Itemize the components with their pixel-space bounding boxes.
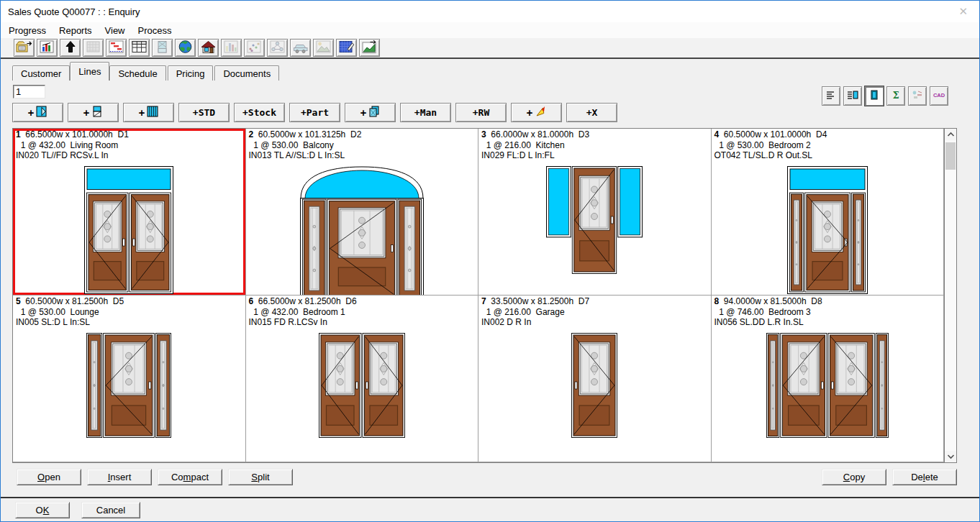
mesh-icon [85, 40, 102, 56]
add-rw-button[interactable]: +RW [455, 103, 507, 122]
add-pages-button[interactable]: + [345, 103, 396, 122]
view-door-view-button[interactable] [865, 86, 884, 106]
line-cell-6[interactable]: 6 66.5000w x 81.2500h D6 1 @ 432.00 Bedr… [246, 296, 479, 462]
scroll-thumb[interactable] [945, 142, 956, 170]
toolbar-export-chart-button[interactable] [359, 39, 380, 57]
line-cell-4[interactable]: 4 60.5000w x 101.0000h D4 1 @ 530.00 Bed… [712, 129, 945, 296]
view-list-door-button[interactable] [843, 86, 862, 106]
toolbar-globe-button[interactable] [175, 39, 196, 57]
vehicle-icon [292, 40, 309, 56]
plus-label: + [28, 107, 34, 119]
line-cell-2[interactable]: 2 60.5000w x 101.3125h D2 1 @ 530.00 Bal… [246, 129, 479, 296]
door-view-icon [868, 88, 881, 104]
menu-progress[interactable]: Progress [2, 23, 53, 38]
line-cell-1[interactable]: 1 66.5000w x 101.0000h D1 1 @ 432.00 Liv… [13, 129, 246, 296]
toolbar-gantt-button[interactable] [106, 39, 127, 57]
line-header: 6 66.5000w x 81.2500h D6 [249, 296, 476, 307]
upload-arrow-icon [62, 40, 79, 56]
chart-icon [39, 40, 56, 56]
tab-customer[interactable]: Customer [12, 65, 70, 81]
tab-lines[interactable]: Lines [70, 62, 109, 81]
line-number-input[interactable] [13, 85, 45, 99]
add-pointer-button[interactable]: + [511, 103, 562, 122]
multi-color-icon [911, 88, 924, 104]
toolbar-upload-arrow-button[interactable] [60, 39, 81, 57]
line-actions-right: CopyDelete [822, 469, 957, 485]
line-header: 7 33.5000w x 81.2500h D7 [481, 296, 708, 307]
unit-drawing [249, 333, 476, 438]
cad-icon: CAD [933, 88, 945, 104]
tab-pricing[interactable]: Pricing [168, 65, 214, 81]
toolbar-pattern-pen-button[interactable] [336, 39, 357, 57]
plus-label: + [83, 107, 89, 119]
add-window-button[interactable]: + [68, 103, 119, 122]
menu-process[interactable]: Process [132, 23, 178, 38]
line-cell-5[interactable]: 5 60.5000w x 81.2500h D5 1 @ 530.00 Loun… [13, 296, 246, 462]
scroll-down-button[interactable] [945, 451, 956, 462]
unit-drawing [249, 166, 476, 296]
add-x-button[interactable]: +X [566, 103, 617, 122]
line-cell-8[interactable]: 8 94.0000w x 81.5000h D8 1 @ 746.00 Bedr… [712, 296, 945, 462]
pages-add-icon [368, 105, 380, 120]
globe-icon [177, 40, 194, 56]
line-header: 8 94.0000w x 81.5000h D8 [714, 296, 941, 307]
view-sigma-button[interactable]: Σ [886, 86, 905, 106]
menu-view[interactable]: View [99, 23, 132, 38]
line-qty-room: 1 @ 530.00 Bedroom 2 [714, 140, 941, 151]
compact-button[interactable]: Compact [158, 469, 222, 485]
toolbar [1, 38, 979, 59]
footer-separator [1, 497, 979, 498]
view-list-view-button[interactable] [822, 86, 840, 106]
toolbar-vehicle-button [290, 39, 311, 57]
line-header: 3 66.0000w x 81.0000h D3 [481, 129, 708, 140]
toolbar-palette-chart-button [221, 39, 242, 57]
list-view-icon [825, 88, 838, 104]
line-cell-7[interactable]: 7 33.5000w x 81.2500h D7 1 @ 216.00 Gara… [478, 296, 712, 462]
add-part-button[interactable]: +Part [289, 103, 340, 122]
line-header: 2 60.5000w x 101.3125h D2 [249, 129, 476, 140]
lines-grid-container: 1 66.5000w x 101.0000h D1 1 @ 432.00 Liv… [12, 128, 957, 463]
view-cad-button[interactable]: CAD [930, 86, 948, 106]
ok-button[interactable]: OK [15, 502, 70, 518]
toolbar-export-folder-button[interactable] [14, 39, 35, 57]
add-man-button[interactable]: +Man [400, 103, 451, 122]
add-door-button[interactable]: + [12, 103, 63, 122]
toolbar-mesh-button [83, 39, 104, 57]
add-std-button[interactable]: +STD [178, 103, 230, 122]
line-qty-room: 1 @ 216.00 Garage [481, 307, 708, 318]
delete-button[interactable]: Delete [892, 469, 957, 485]
toolbar-scatter-chart-button [244, 39, 265, 57]
toolbar-house-button[interactable] [198, 39, 219, 57]
add-stock-button[interactable]: +Stock [234, 103, 285, 122]
menu-reports[interactable]: Reports [53, 23, 99, 38]
unit-drawing [714, 166, 941, 294]
add-grid-button[interactable]: + [123, 103, 174, 122]
network-icon [269, 40, 286, 56]
tab-schedule[interactable]: Schedule [109, 65, 165, 81]
plus-label: + [360, 107, 366, 119]
line-cell-3[interactable]: 3 66.0000w x 81.0000h D3 1 @ 216.00 Kitc… [478, 129, 712, 296]
menu-bar: ProgressReportsViewProcess [1, 22, 979, 38]
toolbar-chart-button[interactable] [37, 39, 58, 57]
unit-drawing [16, 333, 242, 438]
close-icon[interactable]: ✕ [958, 5, 968, 18]
door-design-icon [154, 40, 171, 56]
chevron-down-icon [946, 453, 956, 460]
vertical-scrollbar[interactable] [944, 129, 956, 462]
tab-documents[interactable]: Documents [214, 65, 279, 81]
line-actions-left: OpenInsertCompactSplit [17, 469, 293, 485]
scroll-up-button[interactable] [945, 129, 956, 140]
toolbar-door-design-button [152, 39, 173, 57]
toolbar-table-button[interactable] [129, 39, 150, 57]
line-qty-room: 1 @ 432.00 Bedroom 1 [249, 307, 476, 318]
copy-button[interactable]: Copy [822, 469, 886, 485]
grid-add-icon [147, 105, 158, 120]
site-icon [315, 40, 332, 56]
line-spec-code: IN020 TL//FD RCSv.L In [16, 150, 242, 161]
open-button[interactable]: Open [17, 469, 81, 485]
cancel-button[interactable]: Cancel [81, 502, 140, 518]
insert-button[interactable]: Insert [87, 469, 152, 485]
line-qty-room: 1 @ 216.00 Kitchen [481, 140, 708, 151]
split-button[interactable]: Split [228, 469, 293, 485]
svg-text:CAD: CAD [933, 92, 945, 99]
